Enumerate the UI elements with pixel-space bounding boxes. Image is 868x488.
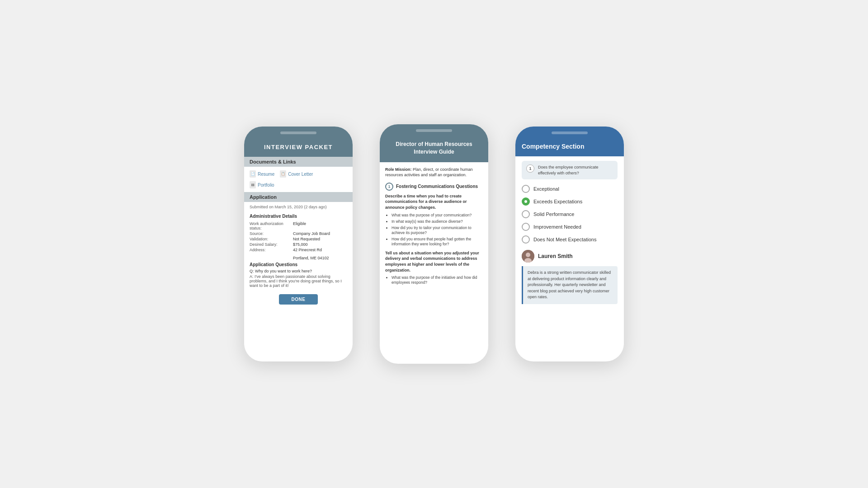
admin-row-validation: Validation: Not Requested	[250, 237, 347, 241]
phone1-body: Documents & Links 📄 Resume 📋 Cover Lette…	[244, 157, 353, 361]
phone2-body: Role Mission: Plan, direct, or coordinat…	[380, 162, 488, 364]
section-label: Fostering Communications Questions	[396, 184, 478, 189]
radio-label-exceptional: Exceptional	[533, 186, 559, 192]
salary-value: $75,000	[293, 242, 308, 247]
radio-label-exceeds: Exceeds Expectations	[533, 199, 582, 204]
radio-circle-does-not-meet[interactable]	[522, 235, 530, 244]
admin-table: Work authorization status: Eligible Sour…	[244, 221, 353, 256]
radio-label-solid: Solid Performance	[533, 211, 575, 217]
doc-links: 📄 Resume 📋 Cover Letter	[244, 167, 353, 181]
answer-text: A: I've always been passionate about sol…	[250, 274, 347, 288]
phone3-body: 1 Does the employee communicate effectiv…	[515, 156, 624, 361]
question-card-text: Does the employee communicate effectivel…	[538, 164, 613, 176]
application-section-header: Application	[244, 192, 353, 202]
validation-value: Not Requested	[293, 237, 320, 241]
admin-title: Administrative Details	[244, 212, 353, 221]
reviewer-row: Lauren Smith	[522, 250, 618, 263]
svg-point-1	[526, 253, 530, 257]
app-questions-title: Application Questions	[244, 260, 353, 268]
docs-section-header: Documents & Links	[244, 157, 353, 167]
role-mission: Role Mission: Plan, direct, or coordinat…	[385, 167, 483, 178]
phone3-top-bar	[515, 127, 624, 139]
admin-row-auth: Work authorization status: Eligible	[250, 221, 347, 230]
phone2-interview-guide: Director of Human ResourcesInterview Gui…	[380, 124, 488, 364]
question-card-num: 1	[526, 164, 534, 173]
question-text2: Tell us about a situation when you adjus…	[385, 250, 483, 273]
reviewer-avatar	[522, 250, 534, 263]
auth-value: Eligible	[293, 221, 306, 230]
phone1-top-bar	[244, 127, 353, 139]
radio-label-does-not-meet: Does Not Meet Expectations	[533, 237, 596, 242]
admin-row-salary: Desired Salary: $75,000	[250, 242, 347, 247]
radio-exceeds[interactable]: Exceeds Expectations	[522, 197, 618, 206]
radio-does-not-meet[interactable]: Does Not Meet Expectations	[522, 235, 618, 244]
address-value2: Portland, ME 04102	[288, 256, 353, 260]
radio-improvement[interactable]: Improvement Needed	[522, 223, 618, 231]
phone3-notch	[552, 131, 588, 134]
address-label: Address:	[250, 248, 290, 252]
resume-icon: 📄	[250, 170, 256, 178]
bullet2-1: What was the purpose of the initiative a…	[392, 275, 483, 285]
cover-letter-icon: 📋	[280, 170, 286, 178]
question-block1: Describe a time when you had to create c…	[385, 193, 483, 247]
section-num: 1	[385, 183, 393, 191]
resume-link[interactable]: 📄 Resume	[250, 170, 274, 178]
portfolio-label: Portfolio	[258, 183, 274, 188]
bullet-list1: What was the purpose of your communicati…	[385, 213, 483, 247]
source-label: Source:	[250, 231, 290, 236]
radio-circle-exceptional[interactable]	[522, 185, 530, 193]
bullet1-3: How did you try to tailor your communica…	[392, 225, 483, 235]
competency-question-card: 1 Does the employee communicate effectiv…	[522, 161, 618, 179]
submitted-text: Submitted on March 15, 2020 (2 days ago)	[244, 202, 353, 212]
phone2-notch	[416, 129, 452, 132]
auth-label: Work authorization status:	[250, 221, 290, 230]
portfolio-link[interactable]: 🖼 Portfolio	[244, 181, 353, 192]
phone1-interview-packet: INTERVIEW PACKET Documents & Links 📄 Res…	[244, 127, 353, 361]
phone2-header: Director of Human ResourcesInterview Gui…	[380, 137, 488, 162]
radio-exceptional[interactable]: Exceptional	[522, 185, 618, 193]
address-value1: 42 Pinecrest Rd	[293, 248, 322, 252]
cover-letter-label: Cover Letter	[288, 172, 313, 177]
comment-block: Debra is a strong written communicator s…	[522, 266, 618, 304]
phone2-top-bar	[380, 124, 488, 137]
bullet1-4: How did you ensure that people had gotte…	[392, 237, 483, 247]
cover-letter-link[interactable]: 📋 Cover Letter	[280, 170, 313, 178]
validation-label: Validation:	[250, 237, 290, 241]
reviewer-avatar-svg	[522, 250, 534, 263]
admin-row-source: Source: Company Job Board	[250, 231, 347, 236]
role-mission-label: Role Mission:	[385, 167, 412, 172]
admin-row-address1: Address: 42 Pinecrest Rd	[250, 248, 347, 252]
qa-block: Q: Why do you want to work here? A: I've…	[244, 268, 353, 291]
question-text1: Describe a time when you had to create c…	[385, 193, 483, 211]
radio-label-improvement: Improvement Needed	[533, 224, 581, 230]
done-button-wrap: DONE	[244, 291, 353, 306]
phones-container: INTERVIEW PACKET Documents & Links 📄 Res…	[244, 124, 624, 364]
section-number-row: 1 Fostering Communications Questions	[385, 183, 483, 191]
radio-solid[interactable]: Solid Performance	[522, 210, 618, 218]
question-block2: Tell us about a situation when you adjus…	[385, 250, 483, 285]
phone3-competency: Competency Section 1 Does the employee c…	[515, 127, 624, 361]
question-text: Q: Why do you want to work here?	[250, 269, 347, 273]
phone2-header-text: Director of Human ResourcesInterview Gui…	[396, 141, 472, 155]
comment-text: Debra is a strong written communicator s…	[528, 270, 613, 300]
phone3-header: Competency Section	[515, 139, 624, 156]
phone1-notch	[280, 131, 316, 134]
salary-label: Desired Salary:	[250, 242, 290, 247]
radio-circle-solid[interactable]	[522, 210, 530, 218]
bullet-list2: What was the purpose of the initiative a…	[385, 275, 483, 285]
source-value: Company Job Board	[293, 231, 330, 236]
bullet1-2: In what way(s) was the audience diverse?	[392, 219, 483, 224]
portfolio-icon: 🖼	[250, 181, 256, 188]
done-button[interactable]: DONE	[279, 294, 318, 305]
phone1-header: INTERVIEW PACKET	[244, 139, 353, 157]
resume-label: Resume	[258, 172, 274, 177]
radio-circle-improvement[interactable]	[522, 223, 530, 231]
reviewer-name: Lauren Smith	[538, 253, 573, 259]
bullet1-1: What was the purpose of your communicati…	[392, 213, 483, 218]
radio-circle-exceeds[interactable]	[522, 197, 530, 206]
